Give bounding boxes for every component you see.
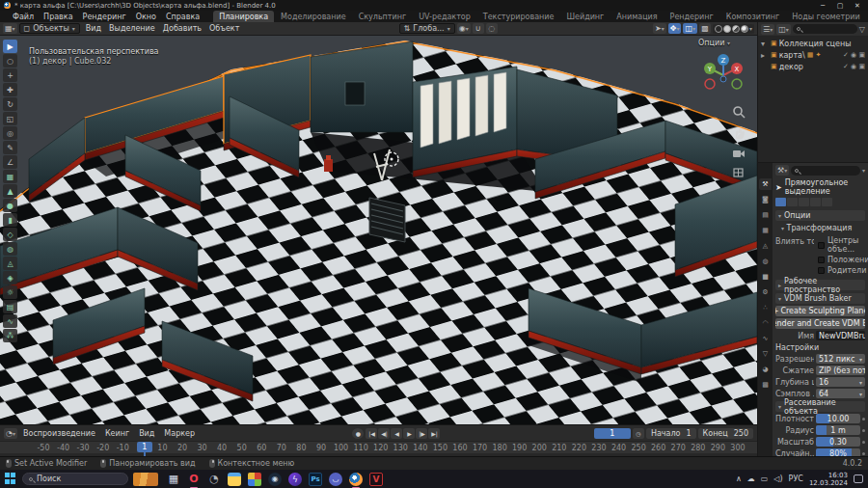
transform-tool[interactable]: ◎ xyxy=(3,126,17,140)
tab-material[interactable]: ◕ xyxy=(759,364,772,375)
scale-tool[interactable]: ◱ xyxy=(3,112,17,125)
checkbox[interactable] xyxy=(818,242,825,249)
menu-item[interactable]: Файл xyxy=(8,12,39,22)
workspace-tab[interactable]: Рендеринг xyxy=(665,11,719,23)
render-vdm-button[interactable]: 🖶Render and Create VDM Bru... xyxy=(775,318,865,329)
animate-dot-icon[interactable] xyxy=(862,429,865,432)
move-tool[interactable]: ✚ xyxy=(3,83,17,96)
workspace-tab[interactable]: Планировка xyxy=(213,11,274,23)
frame-start-field[interactable]: Начало1 xyxy=(646,428,696,439)
tweak-select-tool[interactable]: ▶ xyxy=(3,40,17,53)
opera[interactable]: O xyxy=(187,473,201,486)
timeline-menu-item[interactable]: Маркер xyxy=(160,429,199,438)
animate-dot-icon[interactable] xyxy=(862,418,865,420)
pivot-point-dropdown[interactable]: ◉▾ xyxy=(457,23,471,34)
tab-scene[interactable]: ◬ xyxy=(759,240,772,252)
vdm-setting-field[interactable]: ZIP (без пот...▾ xyxy=(816,366,865,375)
timeline-menu-item[interactable]: Кеинг xyxy=(101,429,133,438)
navigation-gizmo[interactable]: Y X Z xyxy=(697,49,749,101)
outliner-search-input[interactable] xyxy=(793,24,857,34)
checkbox[interactable] xyxy=(818,257,825,263)
tab-constraints[interactable]: ∿ xyxy=(759,333,772,344)
options-dropdown[interactable]: Опции ▾ xyxy=(698,39,730,47)
measure-tool[interactable]: ∠ xyxy=(3,155,17,169)
scatter-panel-header[interactable]: ▾Рассеивание объекта xyxy=(775,401,865,412)
affect-option[interactable]: Положения xyxy=(818,256,868,264)
tab-texture[interactable]: ▩ xyxy=(759,379,772,391)
workspace-tab[interactable]: Скульптинг xyxy=(353,11,413,23)
add-monkey-tool[interactable]: ◬ xyxy=(3,257,17,270)
select-mode-subtract[interactable] xyxy=(799,198,809,206)
material-shading-icon[interactable] xyxy=(732,25,740,33)
rotate-tool[interactable]: ↻ xyxy=(3,97,17,111)
auto-key-button[interactable]: ● xyxy=(352,428,364,439)
affect-option[interactable]: Центры объе... xyxy=(818,236,868,254)
minimize-button[interactable]: ─ xyxy=(816,2,829,10)
row-toggle-icons[interactable]: ✓ ◉ ▣ xyxy=(843,51,865,59)
proportional-edit-icon[interactable]: ◌ xyxy=(486,23,498,34)
workspace-tab[interactable]: Анимация xyxy=(610,11,663,23)
scatter-tool[interactable]: ⁂ xyxy=(3,329,17,342)
display-icon[interactable]: ▭ xyxy=(761,474,769,483)
tab-physics[interactable]: ◠ xyxy=(759,317,772,329)
solid-shading-icon[interactable] xyxy=(723,25,731,33)
system-tray[interactable]: ∧ ☁ ▭ ◁) РУС 16:03 12.03.2024 xyxy=(736,472,863,487)
tab-modifiers[interactable]: ⚙ xyxy=(759,286,772,298)
discord[interactable]: ◡ xyxy=(329,473,342,486)
tab-tool[interactable]: ⚒ xyxy=(759,178,772,190)
jump-to-start-button[interactable]: |◀ xyxy=(366,428,377,439)
outliner-row[interactable]: ▸ ▣ карта\ ▦ ✦ ✓ ◉ ▣ xyxy=(758,49,868,61)
create-sculpting-plane-button[interactable]: + Create Sculpting Plane xyxy=(775,306,865,316)
add-curve-tool[interactable]: ∿ xyxy=(3,314,17,328)
add-sphere-tool[interactable]: ● xyxy=(3,199,17,212)
menu-item[interactable]: Правка xyxy=(39,12,77,22)
workspace-tab[interactable]: Ноды геометрии xyxy=(786,11,865,23)
add-empty-tool[interactable]: ◈ xyxy=(3,271,17,285)
viewport-menu-item[interactable]: Вид xyxy=(82,24,105,33)
frame-end-field[interactable]: Конец250 xyxy=(698,428,753,439)
prev-keyframe-button[interactable]: ◀| xyxy=(378,428,390,439)
steam[interactable]: ◉ xyxy=(268,473,282,486)
maximize-button[interactable]: ▢ xyxy=(833,2,847,10)
row-toggle-icons[interactable]: ✓ ◉ ▣ xyxy=(843,63,865,70)
notification-icon[interactable] xyxy=(854,474,863,483)
editor-type-icon[interactable]: ▦▾ xyxy=(3,23,17,34)
scatter-slider[interactable]: 0.30 xyxy=(816,437,860,447)
transform-panel-header[interactable]: ▾ Трансформация xyxy=(781,224,865,232)
xray-toggle-icon[interactable]: ▩ xyxy=(699,23,711,34)
add-plane-tool[interactable]: ◇ xyxy=(3,228,17,241)
tab-world[interactable]: ◍ xyxy=(759,256,772,267)
outliner-row[interactable]: ▾ ▣ Коллекция сцены xyxy=(758,38,868,49)
add-cube-tool[interactable]: ▦ xyxy=(3,170,17,183)
tab-object[interactable]: ■ xyxy=(759,271,772,283)
vdm-setting-field[interactable]: 512 пикс▾ xyxy=(816,354,865,364)
select-mode-extend[interactable] xyxy=(787,198,798,206)
transform-orientation-dropdown[interactable]: ⇅ Глоба...▾ xyxy=(399,23,455,34)
menu-item[interactable]: Рендеринг xyxy=(78,12,131,22)
properties-search-input[interactable] xyxy=(791,166,860,176)
viewport-menu-item[interactable]: Объект xyxy=(205,24,243,33)
workspace-panel-header[interactable]: ▸Рабочее пространство xyxy=(775,280,865,290)
tab-view-layer[interactable]: ▦ xyxy=(759,225,772,236)
camera-view-icon[interactable] xyxy=(732,148,746,159)
tab-render[interactable]: ◙ xyxy=(759,194,772,205)
workspace-tab[interactable]: Моделирование xyxy=(275,11,352,23)
taskbar-search-input[interactable]: Поиск xyxy=(22,473,128,485)
workspace-tab[interactable]: Текстурирование xyxy=(477,11,560,23)
select-circle-tool[interactable]: ○ xyxy=(3,54,17,68)
wireframe-shading-icon[interactable] xyxy=(715,25,722,33)
tab-data[interactable]: ▽ xyxy=(759,348,772,360)
timeline-menu-item[interactable]: Воспроизведение xyxy=(19,429,99,438)
menu-item[interactable]: Справка xyxy=(161,12,204,22)
animate-dot-icon[interactable] xyxy=(862,452,865,455)
use-preview-range-icon[interactable]: ◷ xyxy=(633,428,644,439)
properties-editor-icon[interactable]: ⚒▾ xyxy=(775,165,789,176)
vmix[interactable]: V xyxy=(369,473,383,486)
vdm-setting-field[interactable]: 16▾ xyxy=(816,377,865,387)
outliner-display-mode-icon[interactable]: ◫▾ xyxy=(776,24,791,35)
blender[interactable] xyxy=(349,473,363,486)
jump-to-end-button[interactable]: ▶| xyxy=(428,428,440,439)
perspective-toggle-icon[interactable] xyxy=(732,167,746,178)
play-button[interactable]: ▶ xyxy=(403,428,415,439)
vdm-name-field[interactable]: NewVDMBrush xyxy=(816,331,865,340)
